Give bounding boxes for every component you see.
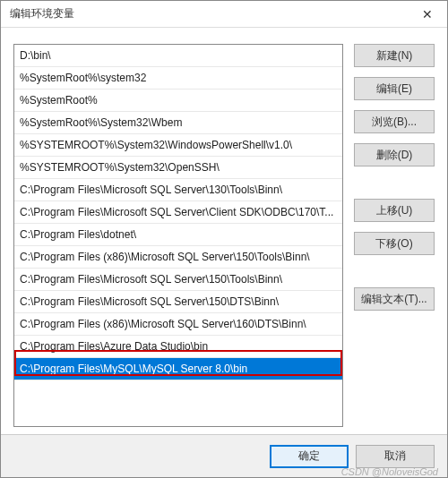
close-icon: ✕	[422, 7, 433, 21]
list-item[interactable]: %SystemRoot%	[14, 90, 342, 112]
movedown-button[interactable]: 下移(O)	[354, 232, 435, 255]
cancel-button[interactable]: 取消	[356, 445, 435, 468]
watermark: CSDN @NoloveisGod	[341, 466, 438, 477]
list-item[interactable]: C:\Program Files\Azure Data Studio\bin	[14, 336, 342, 358]
content-area: D:\bin\%SystemRoot%\system32%SystemRoot%…	[1, 28, 447, 434]
new-button[interactable]: 新建(N)	[354, 44, 435, 67]
browse-button[interactable]: 浏览(B)...	[354, 110, 435, 133]
list-item[interactable]: %SystemRoot%\System32\Wbem	[14, 112, 342, 134]
list-item[interactable]: C:\Program Files (x86)\Microsoft SQL Ser…	[14, 313, 342, 336]
dialog-window: 编辑环境变量 ✕ D:\bin\%SystemRoot%\system32%Sy…	[0, 0, 448, 478]
list-item[interactable]: %SYSTEMROOT%\System32\OpenSSH\	[14, 157, 342, 179]
list-item[interactable]: C:\Program Files\Microsoft SQL Server\Cl…	[14, 201, 342, 224]
footer: 确定 取消 CSDN @NoloveisGod	[1, 434, 447, 477]
ok-button[interactable]: 确定	[270, 445, 349, 468]
close-button[interactable]: ✕	[407, 1, 447, 28]
list-item[interactable]: C:\Program Files\Microsoft SQL Server\15…	[14, 269, 342, 291]
edittext-button[interactable]: 编辑文本(T)...	[354, 287, 435, 311]
delete-button[interactable]: 删除(D)	[354, 143, 435, 166]
list-item[interactable]: C:\Program Files\Microsoft SQL Server\13…	[14, 179, 342, 201]
side-button-panel: 新建(N) 编辑(E) 浏览(B)... 删除(D) 上移(U) 下移(O) 编…	[354, 44, 435, 427]
moveup-button[interactable]: 上移(U)	[354, 199, 435, 222]
env-var-listbox[interactable]: D:\bin\%SystemRoot%\system32%SystemRoot%…	[13, 44, 343, 427]
edit-button[interactable]: 编辑(E)	[354, 77, 435, 100]
list-item[interactable]: D:\bin\	[14, 45, 342, 67]
list-item[interactable]: C:\Program Files\dotnet\	[14, 224, 342, 246]
list-item[interactable]: %SYSTEMROOT%\System32\WindowsPowerShell\…	[14, 134, 342, 157]
list-item[interactable]: C:\Program Files (x86)\Microsoft SQL Ser…	[14, 246, 342, 269]
titlebar: 编辑环境变量 ✕	[1, 1, 447, 28]
window-title: 编辑环境变量	[10, 6, 74, 21]
list-item[interactable]: %SystemRoot%\system32	[14, 67, 342, 90]
list-item[interactable]: C:\Program Files\Microsoft SQL Server\15…	[14, 291, 342, 313]
list-item[interactable]: C:\Program Files\MySQL\MySQL Server 8.0\…	[14, 358, 342, 380]
